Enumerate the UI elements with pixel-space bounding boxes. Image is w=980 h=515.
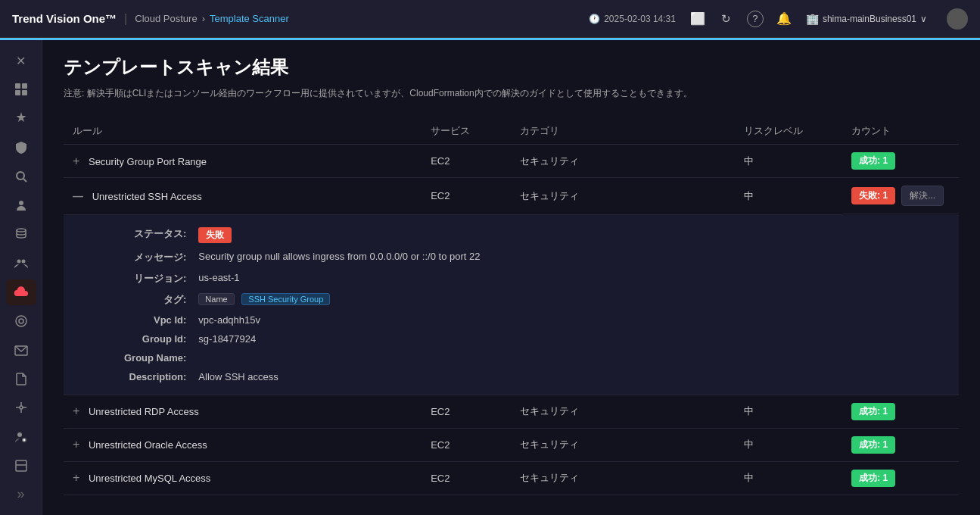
- table-row: — Unrestricted SSH Access EC2 セキュリティ 中 失…: [64, 178, 959, 215]
- description-value: Allow SSH access: [198, 371, 929, 382]
- col-service: サービス: [422, 118, 511, 145]
- page-title: テンプレートスキャン結果: [64, 55, 959, 80]
- sidebar-item-network[interactable]: [6, 395, 36, 420]
- rule-name: Unrestricted Oracle Access: [89, 439, 207, 451]
- category-cell: セキュリティ: [511, 461, 735, 495]
- count-badge: 成功: 1: [851, 470, 895, 487]
- row-expander[interactable]: +: [73, 438, 79, 451]
- region-label: リージョン:: [124, 272, 186, 286]
- sidebar-item-box[interactable]: [6, 453, 36, 479]
- count-cell: 成功: 1: [842, 428, 959, 461]
- bell-icon[interactable]: 🔔: [776, 11, 792, 27]
- service-cell: EC2: [422, 428, 511, 461]
- help-icon[interactable]: ?: [747, 11, 764, 27]
- message-label: メッセージ:: [124, 251, 186, 264]
- service-cell: EC2: [422, 395, 511, 428]
- service-cell: EC2: [422, 145, 511, 178]
- rule-cell: + Security Group Port Range: [64, 145, 422, 178]
- risk-cell: 中: [735, 395, 842, 428]
- col-rule: ルール: [64, 118, 422, 145]
- sidebar-item-search[interactable]: [6, 164, 36, 189]
- monitor-icon[interactable]: ⬜: [689, 11, 706, 27]
- svg-point-7: [17, 229, 26, 232]
- svg-point-18: [17, 432, 22, 437]
- svg-rect-0: [15, 83, 20, 89]
- risk-cell: 中: [735, 461, 842, 495]
- status-value: 失敗: [198, 227, 929, 243]
- svg-point-13: [20, 406, 23, 409]
- detail-content: ステータス: 失敗 メッセージ: Security group null all…: [64, 215, 959, 395]
- tag-ssh: SSH Security Group: [241, 293, 330, 305]
- risk-cell: 中: [735, 428, 842, 461]
- sidebar-item-close[interactable]: ✕: [6, 48, 36, 73]
- app-logo: Trend Vision One™: [12, 12, 117, 25]
- svg-rect-3: [22, 90, 27, 95]
- count-badge: 成功: 1: [851, 152, 895, 170]
- main-layout: ✕: [0, 40, 980, 515]
- message-value: Security group null allows ingress from …: [198, 251, 929, 262]
- count-cell: 成功: 1: [842, 395, 959, 428]
- breadcrumb-parent[interactable]: Cloud Posture: [135, 13, 197, 24]
- group-id-label: Group Id:: [124, 333, 186, 345]
- rule-name: Unrestricted SSH Access: [92, 191, 202, 202]
- sidebar-item-group[interactable]: [6, 250, 36, 276]
- rule-cell: — Unrestricted SSH Access: [64, 178, 422, 215]
- service-cell: EC2: [422, 178, 511, 215]
- breadcrumb-separator: ›: [202, 13, 205, 24]
- sidebar-item-more[interactable]: »: [6, 482, 36, 507]
- rule-cell: + Unrestricted MySQL Access: [64, 461, 422, 495]
- tags-label: タグ:: [124, 293, 186, 307]
- user-chevron: ∨: [920, 14, 927, 24]
- group-id-value: sg-18477924: [198, 333, 929, 345]
- avatar[interactable]: [947, 8, 968, 30]
- col-category: カテゴリ: [511, 118, 735, 145]
- row-expander[interactable]: +: [73, 471, 79, 484]
- sidebar-item-posture[interactable]: [6, 308, 36, 334]
- row-expander[interactable]: —: [73, 190, 83, 202]
- sidebar-item-dashboard[interactable]: [6, 76, 36, 102]
- risk-cell: 中: [735, 178, 842, 215]
- svg-line-5: [23, 179, 26, 182]
- clock-icon: 🕐: [589, 14, 600, 24]
- sidebar-item-mail[interactable]: [6, 337, 36, 363]
- sidebar-item-database[interactable]: [6, 221, 36, 247]
- refresh-icon[interactable]: ↻: [718, 11, 735, 27]
- rule-cell: + Unrestricted RDP Access: [64, 395, 422, 428]
- page-note: 注意: 解決手順はCLIまたはコンソール経由のワークフロー用に提供されていますが…: [64, 87, 959, 100]
- svg-point-4: [17, 172, 24, 179]
- rule-name: Unrestricted RDP Access: [89, 406, 199, 417]
- table-row: + Unrestricted MySQL Access EC2 セキュリティ 中…: [64, 461, 959, 495]
- table-row: + Unrestricted Oracle Access EC2 セキュリティ …: [64, 428, 959, 461]
- header-timestamp: 🕐 2025-02-03 14:31: [589, 14, 676, 24]
- row-expander[interactable]: +: [73, 404, 79, 417]
- main-content: テンプレートスキャン結果 注意: 解決手順はCLIまたはコンソール経由のワークフ…: [42, 40, 980, 515]
- sidebar-item-shield[interactable]: [6, 135, 36, 161]
- sidebar-item-alerts[interactable]: [6, 105, 36, 131]
- sidebar-item-users[interactable]: [6, 192, 36, 218]
- svg-point-11: [19, 319, 23, 323]
- region-value: us-east-1: [198, 272, 929, 283]
- tags-value: Name SSH Security Group: [198, 293, 929, 305]
- username: shima-mainBusiness01: [823, 14, 916, 24]
- svg-point-6: [19, 201, 23, 205]
- breadcrumb-current: Template Scanner: [210, 13, 289, 24]
- col-risk: リスクレベル: [735, 118, 842, 145]
- sidebar-item-cloud[interactable]: [6, 279, 36, 305]
- risk-cell: 中: [735, 145, 842, 178]
- user-menu[interactable]: 🏢 shima-mainBusiness01 ∨: [806, 13, 927, 25]
- svg-point-9: [21, 260, 25, 264]
- sidebar-item-cog-users[interactable]: [6, 423, 36, 449]
- sidebar: ✕: [0, 40, 42, 515]
- table-header: ルール サービス カテゴリ リスクレベル カウント: [64, 118, 959, 145]
- row-expander[interactable]: +: [73, 154, 79, 167]
- resolve-button[interactable]: 解決...: [901, 186, 944, 206]
- vpc-value: vpc-adqhh15v: [198, 314, 929, 326]
- category-cell: セキュリティ: [511, 428, 735, 461]
- results-table: ルール サービス カテゴリ リスクレベル カウント + Security Gro…: [64, 118, 959, 495]
- count-cell: 成功: 1: [842, 145, 959, 178]
- count-badge: 成功: 1: [851, 436, 895, 454]
- table-row: + Unrestricted RDP Access EC2 セキュリティ 中 成…: [64, 395, 959, 428]
- detail-row: ステータス: 失敗 メッセージ: Security group null all…: [64, 214, 959, 395]
- sidebar-item-file[interactable]: [6, 366, 36, 392]
- header-divider: |: [124, 12, 127, 26]
